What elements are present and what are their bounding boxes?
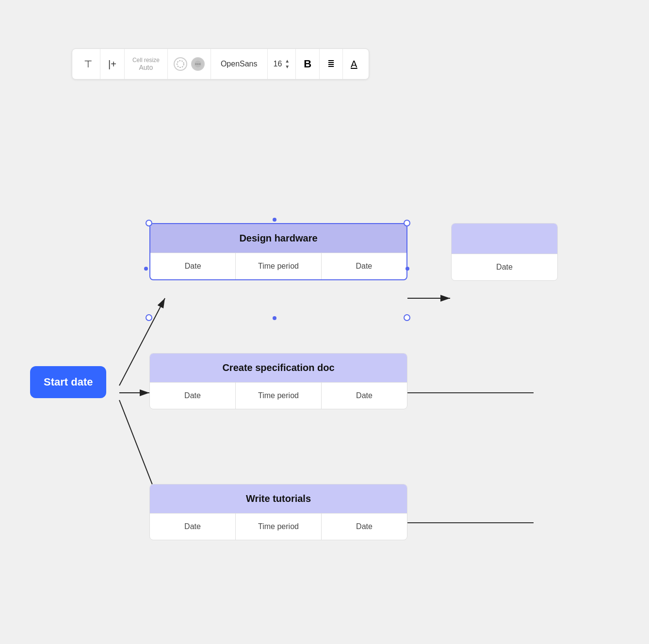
- write-tutorials-cell-date1: Date: [150, 514, 236, 540]
- mid-dot-right: [406, 267, 409, 271]
- handle-bottom-left[interactable]: [146, 314, 152, 321]
- cell-resize-label: Cell resize: [132, 57, 160, 64]
- svg-point-4: [199, 64, 200, 65]
- align-icon: ≣: [327, 59, 335, 69]
- mid-dot-top: [273, 218, 276, 222]
- start-date-label: Start date: [44, 376, 93, 388]
- font-size-control[interactable]: 16 ▲ ▼: [268, 49, 296, 79]
- partial-card-header: [452, 224, 557, 254]
- mid-dot-bottom: [273, 316, 276, 320]
- design-hardware-card[interactable]: Design hardware Date Time period Date: [149, 223, 407, 280]
- bold-icon: B: [304, 58, 311, 70]
- design-hardware-cell-date1: Date: [150, 253, 236, 279]
- design-hardware-cell-timeperiod: Time period: [236, 253, 321, 279]
- write-tutorials-cell-timeperiod: Time period: [236, 514, 322, 540]
- add-col-button[interactable]: |+: [100, 49, 125, 79]
- underline-button[interactable]: A: [343, 49, 365, 79]
- handle-bottom-right[interactable]: [404, 314, 410, 321]
- create-spec-cell-date2: Date: [322, 383, 407, 409]
- font-size-value: 16: [274, 60, 282, 68]
- toolbar: ⊤ |+ Cell resize Auto OpenSans 16 ▲: [72, 48, 369, 80]
- cell-resize-control[interactable]: Cell resize Auto: [125, 49, 168, 79]
- handle-top-right[interactable]: [404, 220, 410, 226]
- svg-point-3: [197, 64, 198, 65]
- write-tutorials-card[interactable]: Write tutorials Date Time period Date: [149, 484, 407, 540]
- color-outline-button[interactable]: [174, 57, 187, 71]
- write-tutorials-title: Write tutorials: [246, 493, 311, 504]
- circle-outline-icon: [176, 60, 185, 68]
- create-spec-body: Date Time period Date: [150, 382, 407, 409]
- canvas: Start date Design hardware Date Time per…: [0, 97, 649, 644]
- handle-top-left[interactable]: [146, 220, 152, 226]
- color-options: [168, 49, 211, 79]
- create-spec-header: Create specification doc: [150, 354, 407, 382]
- add-col-icon: |+: [108, 59, 116, 70]
- write-tutorials-cell-date2: Date: [322, 514, 407, 540]
- svg-point-2: [195, 64, 196, 65]
- write-tutorials-header: Write tutorials: [150, 484, 407, 513]
- add-row-icon: ⊤: [84, 58, 92, 70]
- underline-icon: A: [351, 59, 357, 70]
- design-hardware-header: Design hardware: [150, 224, 406, 253]
- create-spec-title: Create specification doc: [222, 362, 334, 373]
- font-size-up-icon[interactable]: ▲: [285, 59, 290, 64]
- partial-card-body: Date: [452, 254, 557, 280]
- design-hardware-body: Date Time period Date: [150, 253, 406, 279]
- svg-point-0: [177, 61, 184, 67]
- design-hardware-cell-date2: Date: [322, 253, 406, 279]
- align-button[interactable]: ≣: [320, 49, 343, 79]
- design-hardware-title: Design hardware: [239, 233, 317, 243]
- start-date-node[interactable]: Start date: [30, 366, 106, 398]
- create-spec-card[interactable]: Create specification doc Date Time perio…: [149, 353, 407, 409]
- font-name: OpenSans: [221, 60, 258, 68]
- font-size-arrows[interactable]: ▲ ▼: [285, 59, 290, 69]
- font-size-down-icon[interactable]: ▼: [285, 64, 290, 69]
- partial-card[interactable]: Date: [451, 223, 558, 281]
- mid-dot-left: [144, 267, 148, 271]
- circle-filled-icon: [194, 60, 202, 68]
- add-row-button[interactable]: ⊤: [76, 49, 100, 79]
- write-tutorials-body: Date Time period Date: [150, 513, 407, 540]
- color-filled-button[interactable]: [191, 57, 205, 71]
- cell-resize-value: Auto: [139, 64, 153, 71]
- create-spec-cell-timeperiod: Time period: [236, 383, 322, 409]
- font-selector[interactable]: OpenSans: [211, 49, 268, 79]
- partial-card-cell-date: Date: [452, 254, 557, 280]
- create-spec-cell-date1: Date: [150, 383, 236, 409]
- bold-button[interactable]: B: [296, 49, 320, 79]
